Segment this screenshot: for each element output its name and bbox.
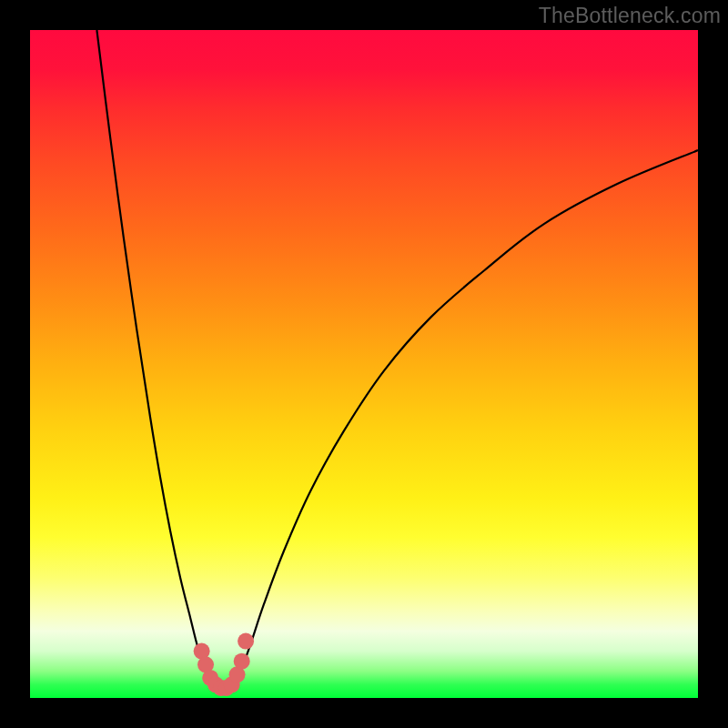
valley-marker-group [194,633,254,696]
plot-area [30,30,698,698]
valley-marker [234,653,250,670]
curve-right-branch [234,150,698,684]
watermark-text: TheBottleneck.com [539,4,721,28]
curve-left-branch [96,30,213,684]
curve-layer [30,30,698,698]
valley-marker [238,633,254,650]
chart-frame: TheBottleneck.com [0,0,728,728]
